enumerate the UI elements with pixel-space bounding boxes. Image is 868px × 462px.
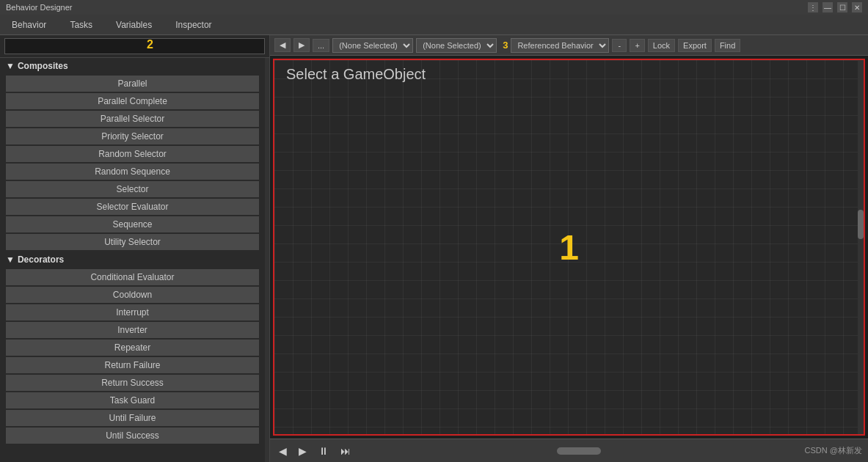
bottom-bar: ◀ ▶ ⏸ ⏭ CSDN @林新发	[270, 439, 868, 462]
task-return-failure[interactable]: Return Failure	[6, 357, 259, 373]
minimize-btn[interactable]: —	[823, 2, 833, 12]
canvas-scrollbar-v[interactable]	[858, 60, 864, 434]
next-button[interactable]: ▶	[293, 38, 310, 52]
scrollbar-v-thumb[interactable]	[858, 210, 864, 239]
lock-button[interactable]: Lock	[648, 39, 675, 52]
search-bar: 2	[0, 35, 269, 58]
task-random-sequence[interactable]: Random Sequence	[6, 164, 259, 180]
left-panel-wrapper: ▼ Composites Parallel Parallel Complete …	[0, 58, 269, 462]
task-random-selector[interactable]: Random Selector	[6, 146, 259, 162]
prev-button[interactable]: ◀	[274, 38, 291, 52]
canvas-title: Select a GameObject	[286, 66, 426, 83]
canvas-area[interactable]: Select a GameObject 1	[273, 59, 865, 436]
watermark: CSDN @林新发	[805, 445, 862, 456]
decorators-header[interactable]: ▼ Decorators	[0, 252, 265, 268]
dots-button[interactable]: ...	[313, 39, 329, 52]
task-cooldown[interactable]: Cooldown	[6, 287, 259, 303]
task-return-success[interactable]: Return Success	[6, 375, 259, 391]
bottom-scrollbar-thumb[interactable]	[557, 447, 601, 455]
badge-2: 2	[147, 38, 153, 51]
close-btn[interactable]: ✕	[852, 2, 862, 12]
task-interrupt[interactable]: Interrupt	[6, 304, 259, 320]
tab-variables[interactable]: Variables	[104, 17, 164, 33]
task-list: ▼ Composites Parallel Parallel Complete …	[0, 58, 265, 462]
playback-controls: ◀ ▶ ⏸ ⏭	[276, 444, 354, 458]
task-task-guard[interactable]: Task Guard	[6, 392, 259, 408]
task-conditional-evaluator[interactable]: Conditional Evaluator	[6, 269, 259, 285]
task-parallel[interactable]: Parallel	[6, 76, 259, 92]
search-input[interactable]	[4, 38, 265, 54]
menu-btn[interactable]: ⋮	[808, 2, 818, 12]
task-until-success[interactable]: Until Success	[6, 428, 259, 444]
pause-btn[interactable]: ⏸	[316, 444, 332, 458]
left-panel-scrollbar[interactable]	[265, 58, 269, 462]
task-priority-selector[interactable]: Priority Selector	[6, 128, 259, 144]
canvas-grid: Select a GameObject 1	[274, 60, 864, 434]
menu-bar: Behavior Tasks Variables Inspector	[0, 15, 868, 35]
prev-frame-btn[interactable]: ◀	[276, 444, 290, 458]
tab-tasks[interactable]: Tasks	[58, 17, 104, 33]
task-sequence[interactable]: Sequence	[6, 216, 259, 232]
toolbar: ◀ ▶ ... (None Selected) (None Selected) …	[270, 35, 868, 56]
maximize-btn[interactable]: ☐	[837, 2, 847, 12]
right-panel: ◀ ▶ ... (None Selected) (None Selected) …	[270, 35, 868, 462]
composites-label: Composites	[18, 61, 68, 71]
badge-3: 3	[503, 40, 508, 51]
minus-button[interactable]: -	[612, 39, 627, 52]
task-repeater[interactable]: Repeater	[6, 340, 259, 356]
tab-behavior[interactable]: Behavior	[0, 17, 58, 33]
decorators-triangle: ▼	[6, 254, 15, 265]
task-selector-evaluator[interactable]: Selector Evaluator	[6, 199, 259, 215]
main-layout: 2 ▼ Composites Parallel Parallel Complet…	[0, 35, 868, 462]
step-btn[interactable]: ⏭	[338, 444, 354, 458]
referenced-behavior-dropdown[interactable]: Referenced Behavior	[511, 38, 609, 53]
composites-header[interactable]: ▼ Composites	[0, 58, 265, 74]
none-selected-2-dropdown[interactable]: (None Selected)	[416, 38, 497, 53]
app-title: Behavior Designer	[6, 3, 73, 12]
badge-1: 1	[559, 227, 579, 268]
export-button[interactable]: Export	[678, 39, 712, 52]
find-button[interactable]: Find	[715, 39, 740, 52]
title-bar: Behavior Designer ⋮ — ☐ ✕	[0, 0, 868, 15]
task-inverter[interactable]: Inverter	[6, 322, 259, 338]
decorators-label: Decorators	[18, 254, 64, 265]
task-utility-selector[interactable]: Utility Selector	[6, 234, 259, 250]
none-selected-1-dropdown[interactable]: (None Selected)	[332, 38, 413, 53]
plus-button[interactable]: +	[630, 39, 644, 52]
play-btn[interactable]: ▶	[296, 444, 310, 458]
left-panel: 2 ▼ Composites Parallel Parallel Complet…	[0, 35, 270, 462]
task-parallel-selector[interactable]: Parallel Selector	[6, 111, 259, 127]
task-selector[interactable]: Selector	[6, 181, 259, 197]
tab-inspector[interactable]: Inspector	[164, 17, 223, 33]
task-until-failure[interactable]: Until Failure	[6, 410, 259, 426]
composites-triangle: ▼	[6, 61, 15, 71]
task-parallel-complete[interactable]: Parallel Complete	[6, 93, 259, 109]
title-bar-controls: ⋮ — ☐ ✕	[808, 2, 862, 12]
